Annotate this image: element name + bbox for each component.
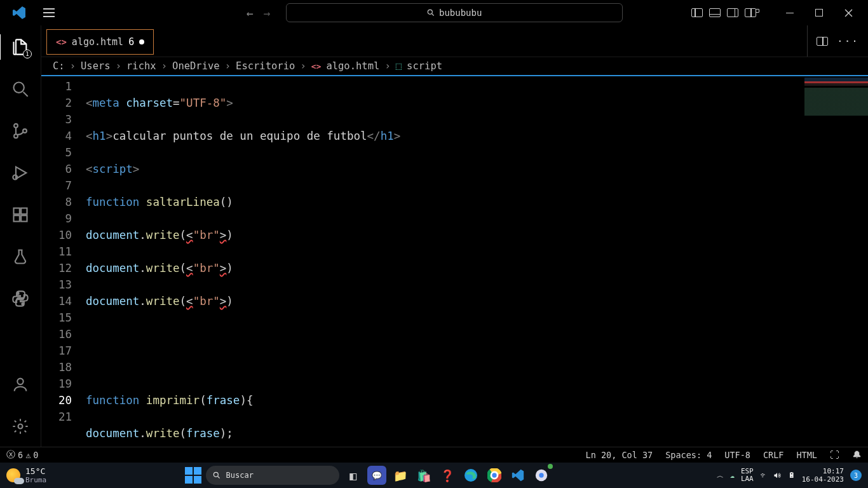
chevron-right-icon: › <box>300 60 306 72</box>
vscode-taskbar-icon[interactable] <box>508 466 527 485</box>
line-number-gutter: 123456789101112131415161718192021 <box>41 76 86 447</box>
explorer-icon[interactable]: 1 <box>10 37 31 57</box>
svg-point-4 <box>14 83 24 93</box>
svg-point-7 <box>14 134 18 138</box>
svg-line-5 <box>24 92 28 97</box>
window-maximize-button[interactable] <box>804 0 834 25</box>
chrome-browser-icon[interactable] <box>485 466 504 485</box>
command-center-search[interactable]: bubububu <box>286 3 623 22</box>
taskbar-clock[interactable]: 10:1716-04-2023 <box>802 467 844 484</box>
python-env-icon[interactable] <box>10 288 31 309</box>
taskbar-search-placeholder: Buscar <box>226 471 254 480</box>
svg-point-16 <box>214 472 218 477</box>
source-control-icon[interactable] <box>10 121 31 141</box>
toggle-panel-icon[interactable] <box>709 8 721 17</box>
windows-taskbar: 15°C Bruma Buscar ◧ 💬 📁 🛍️ ❓ ︿ ☁ ESPLAA … <box>0 463 868 488</box>
svg-line-1 <box>432 14 434 16</box>
chrome-canary-icon[interactable] <box>532 466 551 485</box>
html-filetype-icon: <> <box>56 37 67 47</box>
svg-point-23 <box>492 473 496 477</box>
nav-forward-icon[interactable]: → <box>261 4 273 22</box>
breadcrumb-segment[interactable]: Escritorio <box>236 60 295 72</box>
accounts-icon[interactable] <box>10 374 31 395</box>
svg-point-9 <box>13 175 17 180</box>
tray-overflow-icon[interactable]: ︿ <box>717 471 724 480</box>
edge-browser-icon[interactable] <box>461 466 480 485</box>
status-cursor-position[interactable]: Ln 20, Col 37 <box>586 450 653 460</box>
search-icon <box>212 471 221 480</box>
more-actions-icon[interactable]: ··· <box>837 35 859 47</box>
window-minimize-button[interactable] <box>775 0 804 25</box>
warning-icon: ⚠ <box>25 450 31 460</box>
wifi-icon[interactable]: ᯤ <box>760 471 768 480</box>
chevron-right-icon: › <box>225 60 231 72</box>
tab-problem-count: 6 <box>128 36 134 48</box>
breadcrumb-segment[interactable]: OneDrive <box>172 60 220 72</box>
customize-layout-icon[interactable] <box>745 8 756 17</box>
onedrive-tray-icon[interactable]: ☁ <box>730 471 735 480</box>
breadcrumb-segment[interactable]: C: <box>53 60 65 72</box>
svg-point-15 <box>18 424 23 429</box>
svg-line-17 <box>217 477 219 478</box>
html-filetype-icon: <> <box>311 62 322 71</box>
menu-burger-icon[interactable] <box>38 0 60 25</box>
run-debug-icon[interactable] <box>10 163 31 183</box>
svg-point-0 <box>428 10 432 14</box>
battery-icon[interactable]: 🔋︎ <box>788 471 796 480</box>
status-bar: ⓧ6 ⚠0 Ln 20, Col 37 Spaces: 4 UTF-8 CRLF… <box>0 447 868 463</box>
status-language-mode[interactable]: HTML <box>796 450 817 460</box>
testing-icon[interactable] <box>10 247 31 267</box>
title-bar: ← → bubububu <box>0 0 868 25</box>
notification-center-icon[interactable]: 3 <box>850 470 862 481</box>
microsoft-store-icon[interactable]: 🛍️ <box>414 466 433 485</box>
chat-app-icon[interactable]: 💬 <box>367 466 386 485</box>
svg-point-14 <box>17 379 23 384</box>
chevron-right-icon: › <box>116 60 121 72</box>
explorer-badge: 1 <box>23 50 32 58</box>
taskbar-search[interactable]: Buscar <box>206 466 339 485</box>
svg-rect-13 <box>21 208 27 214</box>
svg-rect-12 <box>21 215 27 221</box>
breadcrumb-symbol[interactable]: script <box>407 60 442 72</box>
tabs-bar: <> algo.html 6 ··· <box>41 25 868 57</box>
code-editor[interactable]: 123456789101112131415161718192021 <meta … <box>41 75 868 447</box>
start-button[interactable] <box>185 467 201 484</box>
get-help-icon[interactable]: ❓ <box>438 466 457 485</box>
status-encoding[interactable]: UTF-8 <box>724 450 750 460</box>
window-close-button[interactable] <box>834 0 863 25</box>
status-indentation[interactable]: Spaces: 4 <box>665 450 712 460</box>
volume-icon[interactable]: 🔊︎ <box>774 471 782 480</box>
status-problems[interactable]: ⓧ6 ⚠0 <box>6 449 38 461</box>
editor-tab-active[interactable]: <> algo.html 6 <box>46 29 154 55</box>
taskbar-weather-widget[interactable]: 15°C Bruma <box>0 466 102 484</box>
tab-dirty-indicator-icon <box>139 39 144 44</box>
toggle-primary-sidebar-icon[interactable] <box>691 8 703 17</box>
breadcrumb-segment[interactable]: richx <box>126 60 156 72</box>
status-notifications-icon[interactable]: 🔔︎ <box>852 449 862 461</box>
status-feedback-icon[interactable]: ⛶ <box>830 449 839 461</box>
minimap[interactable] <box>798 76 868 447</box>
split-editor-icon[interactable] <box>817 37 828 46</box>
breadcrumb-file[interactable]: algo.html <box>326 60 379 72</box>
breadcrumb-bar[interactable]: C:› Users› richx› OneDrive› Escritorio› … <box>41 57 868 75</box>
settings-gear-icon[interactable] <box>10 416 31 437</box>
file-explorer-icon[interactable]: 📁 <box>391 466 410 485</box>
nav-back-icon[interactable]: ← <box>244 4 256 22</box>
code-content[interactable]: <meta charset="UTF-8"> <h1>calcular punt… <box>86 76 868 447</box>
breadcrumb-segment[interactable]: Users <box>81 60 111 72</box>
language-indicator[interactable]: ESPLAA <box>741 468 754 483</box>
tab-filename: algo.html <box>72 36 123 48</box>
toggle-secondary-sidebar-icon[interactable] <box>727 8 738 17</box>
task-view-icon[interactable]: ◧ <box>344 466 363 485</box>
error-icon: ⓧ <box>6 449 15 461</box>
search-text: bubububu <box>439 8 482 18</box>
weather-icon <box>6 468 20 482</box>
extensions-icon[interactable] <box>10 205 31 225</box>
chevron-right-icon: › <box>384 60 390 72</box>
svg-point-6 <box>14 124 18 128</box>
weather-temp: 15°C <box>25 466 46 476</box>
symbol-icon: ⬚ <box>396 60 402 72</box>
search-activity-icon[interactable] <box>10 79 31 99</box>
system-tray: ︿ ☁ ESPLAA ᯤ 🔊︎ 🔋︎ 10:1716-04-2023 3 <box>717 467 868 484</box>
status-eol[interactable]: CRLF <box>763 450 784 460</box>
